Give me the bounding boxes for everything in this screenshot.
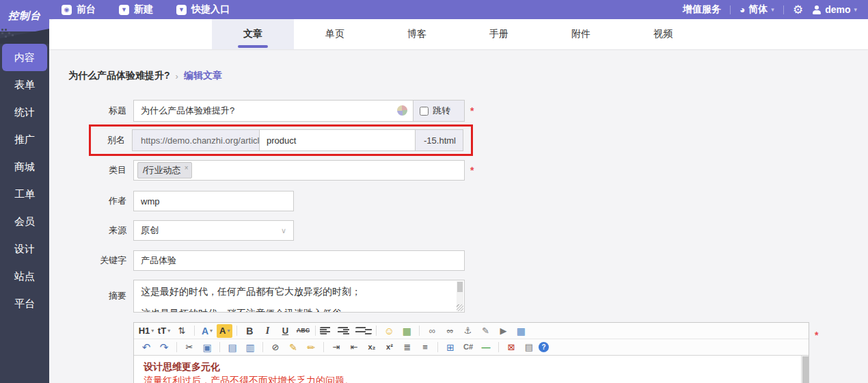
toolbar-divider (176, 342, 177, 352)
italic-icon[interactable]: I (259, 324, 275, 338)
paste-word-icon[interactable]: ▥ (242, 341, 258, 354)
fullscreen-icon[interactable]: ⊠ (503, 341, 519, 354)
redo-icon[interactable]: ↷ (156, 341, 172, 354)
source-icon[interactable]: ▤ (521, 341, 537, 354)
copy-icon[interactable]: ▣ (199, 341, 215, 354)
outdent-icon[interactable]: ⇤ (346, 341, 362, 354)
link-icon[interactable]: ∞ (424, 324, 440, 338)
tag-remove-icon[interactable]: × (185, 164, 189, 172)
user-menu[interactable]: demo ▾ (812, 4, 857, 15)
font-size-icon[interactable]: tT▾ (156, 324, 172, 338)
tab-blog[interactable]: 博客 (376, 19, 458, 49)
required-asterisk: * (470, 165, 474, 176)
tab-book[interactable]: 手册 (458, 19, 540, 49)
caret-down-icon: ▾ (227, 328, 230, 334)
sidebar-item-mall[interactable]: 商城 (0, 153, 49, 181)
highlight-color-icon[interactable]: A▾ (217, 324, 232, 338)
format-brush-icon[interactable]: ✎ (285, 341, 301, 354)
scrollbar-thumb[interactable] (802, 356, 809, 383)
sidebar-item-promotion[interactable]: 推广 (0, 126, 49, 153)
unlink-icon[interactable]: ∞ (442, 324, 458, 338)
keywords-input[interactable] (133, 250, 465, 271)
line-height-icon[interactable]: ⇅ (174, 324, 190, 338)
summary-label: 摘要 (68, 290, 126, 302)
value-added-services-link[interactable]: 增值服务 (683, 3, 721, 16)
category-box[interactable]: /行业动态 × (133, 160, 465, 181)
paste-text-icon[interactable]: ▤ (224, 341, 241, 354)
unordered-list-icon[interactable]: ≡ (417, 341, 433, 354)
caret-down-icon: ▾ (167, 328, 170, 334)
hr-icon[interactable]: ― (478, 341, 494, 354)
superscript-icon[interactable]: x² (381, 341, 398, 354)
sidebar-item-platform[interactable]: 平台 (0, 290, 49, 317)
code-icon[interactable]: C# (460, 341, 476, 354)
tab-article[interactable]: 文章 (212, 19, 294, 49)
remove-format-icon[interactable]: ⊘ (267, 341, 284, 354)
source-value: 原创 (141, 224, 159, 237)
alias-input[interactable] (260, 129, 416, 151)
sidebar-item-design[interactable]: 设计 (0, 235, 49, 263)
insert-image-icon[interactable]: ▦ (398, 324, 415, 338)
tab-video[interactable]: 视频 (622, 19, 704, 49)
anchor-icon[interactable]: ⚓ (459, 324, 476, 338)
author-input[interactable] (133, 191, 294, 211)
topbar-menu-front[interactable]: ◉前台 (62, 3, 96, 16)
alias-label: 别名 (91, 134, 125, 146)
tab-page[interactable]: 单页 (294, 19, 376, 49)
sidebar-item-site[interactable]: 站点 (0, 263, 49, 290)
quick-format-icon[interactable]: ✏ (303, 341, 319, 354)
sidebar-item-ticket[interactable]: 工单 (0, 181, 49, 208)
topbar-menu-quick-entry[interactable]: ▼快捷入口 (176, 3, 230, 16)
color-picker-icon[interactable] (397, 105, 407, 116)
sidebar-item-content[interactable]: 内容 (2, 44, 47, 71)
strikethrough-icon[interactable]: ABC (295, 324, 311, 338)
tab-file[interactable]: 附件 (540, 19, 622, 49)
language-menu[interactable]: ◕ 简体 ▾ (740, 3, 774, 16)
toolbar-divider (219, 342, 220, 352)
topbar-menu-create[interactable]: ▼新建 (119, 3, 153, 16)
sidebar-item-stat[interactable]: 统计 (0, 98, 49, 126)
editor-body[interactable]: 设计思维更多元化流量红利过后，产品不得不面对增长乏力的问题。 (134, 356, 809, 383)
source-select[interactable]: 原创 ∨ (133, 220, 294, 241)
table-icon[interactable]: ⊞ (442, 341, 459, 354)
category-label: 类目 (68, 164, 126, 176)
media-icon[interactable]: ▶ (495, 324, 511, 338)
cut-icon[interactable]: ✂ (181, 341, 198, 354)
sidebar-item-form[interactable]: 表单 (0, 71, 49, 98)
flash-icon[interactable]: ✎ (477, 324, 493, 338)
align-right-icon[interactable] (355, 327, 372, 334)
undo-icon[interactable]: ↶ (138, 341, 154, 354)
jump-checkbox[interactable] (420, 107, 429, 116)
emoticon-icon[interactable]: ☺ (381, 324, 397, 338)
category-row: 类目 /行业动态 × * (68, 160, 868, 181)
title-label: 标题 (68, 105, 126, 117)
align-left-icon[interactable] (320, 327, 336, 334)
underline-icon[interactable]: U (277, 324, 293, 338)
textarea-resize-handle[interactable] (457, 304, 463, 311)
category-tag[interactable]: /行业动态 × (137, 162, 192, 179)
editor-scrollbar[interactable] (801, 356, 809, 383)
align-center-icon[interactable] (338, 327, 354, 334)
required-asterisk: * (815, 330, 818, 341)
heading-icon[interactable]: H1▾ (138, 324, 154, 338)
font-color-icon[interactable]: A▾ (199, 324, 215, 338)
topbar-right: 增值服务 ◕ 简体 ▾ ⚙ demo ▾ (683, 3, 868, 16)
ordered-list-icon[interactable]: ≣ (399, 341, 416, 354)
keywords-row: 关键字 (68, 250, 868, 271)
gear-icon[interactable]: ⚙ (793, 4, 803, 16)
topbar: ◉前台▼新建▼快捷入口 增值服务 ◕ 简体 ▾ ⚙ demo ▾ (0, 0, 868, 19)
picture-icon[interactable]: ▦ (513, 324, 529, 338)
summary-textarea[interactable]: 这是最好的时代，任何产品都有它大放异彩的时刻； 这也是最坏的时代，稍不注意便会迅… (133, 280, 465, 313)
title-input[interactable] (133, 100, 413, 122)
indent-icon[interactable]: ⇥ (328, 341, 344, 354)
sidebar-item-member[interactable]: 会员 (0, 208, 49, 235)
scrollbar-thumb[interactable] (457, 282, 463, 292)
subscript-icon[interactable]: x₂ (364, 341, 380, 354)
breadcrumb-current[interactable]: 编辑文章 (184, 70, 222, 82)
source-row: 来源 原创 ∨ (68, 220, 868, 241)
bold-icon[interactable]: B (241, 324, 258, 338)
toolbar-divider (194, 326, 195, 336)
help-icon[interactable]: ? (539, 342, 549, 352)
chevron-right-icon: › (176, 71, 178, 81)
user-icon (812, 5, 822, 14)
